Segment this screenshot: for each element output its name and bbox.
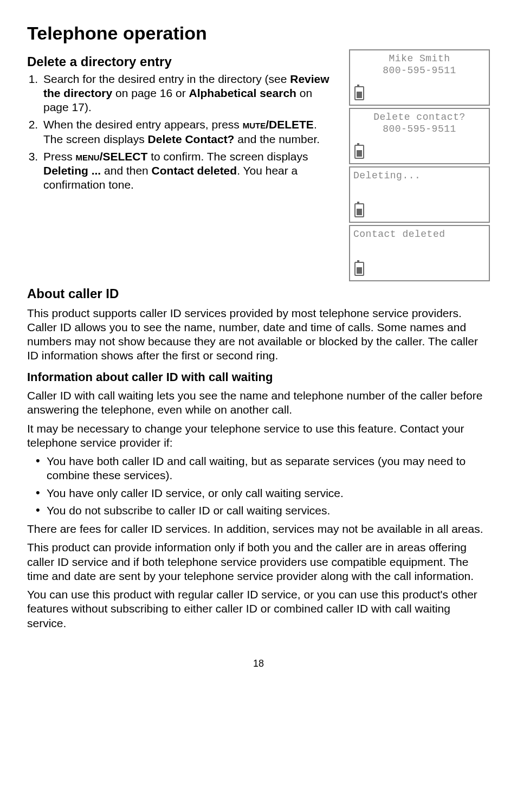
text: and the number. — [234, 133, 320, 145]
text: to confirm. The screen displays — [147, 150, 308, 163]
screen-line: Mike Smith — [350, 53, 489, 65]
screen-illustrations: Mike Smith 800-595-9511 Delete contact? … — [349, 49, 490, 281]
battery-icon — [354, 145, 364, 159]
screen-line: Delete contact? — [350, 111, 489, 124]
bullet-1: You have both caller ID and call waiting… — [36, 454, 490, 483]
delete-heading: Delete a directory entry — [27, 54, 338, 70]
page-title: Telephone operation — [27, 22, 490, 45]
callerid-p2: Caller ID with call waiting lets you see… — [27, 389, 490, 417]
text: on page 16 or — [112, 87, 189, 99]
screen-3: Deleting... — [349, 166, 490, 223]
bullet-3: You do not subscribe to caller ID or cal… — [36, 504, 490, 518]
screen-line: Contact deleted — [350, 228, 489, 241]
callerid-heading: About caller ID — [27, 286, 490, 302]
callerid-subheading: Information about caller ID with call wa… — [27, 370, 490, 385]
bullet-2: You have only caller ID service, or only… — [36, 486, 490, 500]
key-mute: mute — [243, 118, 266, 131]
battery-icon — [354, 86, 364, 100]
key-menu: menu — [76, 150, 100, 163]
battery-icon — [354, 262, 364, 276]
screen-text: Deleting ... — [43, 164, 101, 177]
step-2: When the desired entry appears, press mu… — [41, 118, 338, 146]
screen-4: Contact deleted — [349, 225, 490, 281]
callerid-p5: This product can provide information onl… — [27, 540, 490, 583]
screen-text: Delete Contact? — [148, 133, 235, 145]
screen-1: Mike Smith 800-595-9511 — [349, 49, 490, 106]
step-1: Search for the desired entry in the dire… — [41, 72, 338, 115]
screen-line: 800-595-9511 — [350, 65, 489, 77]
step-3: Press menu/SELECT to confirm. The screen… — [41, 150, 338, 192]
callerid-bullets: You have both caller ID and call waiting… — [27, 454, 490, 518]
battery-icon — [354, 203, 364, 217]
delete-steps: Search for the desired entry in the dire… — [27, 72, 338, 192]
screen-text: Contact deleted — [152, 164, 237, 177]
callerid-p4: There are fees for caller ID services. I… — [27, 522, 490, 536]
key-select: /SELECT — [100, 150, 148, 163]
callerid-p6: You can use this product with regular ca… — [27, 588, 490, 630]
screen-line: Deleting... — [350, 170, 489, 182]
text: Search for the desired entry in the dire… — [43, 73, 290, 85]
text: and then — [101, 164, 151, 177]
text: Press — [43, 150, 76, 163]
text: When the desired entry appears, press — [43, 118, 243, 131]
screen-line: 800-595-9511 — [350, 123, 489, 136]
page-number: 18 — [27, 658, 490, 670]
ref-alpha: Alphabetical search — [189, 87, 296, 99]
callerid-p3: It may be necessary to change your telep… — [27, 422, 490, 450]
key-delete: /DELETE — [266, 118, 314, 131]
callerid-p1: This product supports caller ID services… — [27, 306, 490, 363]
screen-2: Delete contact? 800-595-9511 — [349, 108, 490, 164]
